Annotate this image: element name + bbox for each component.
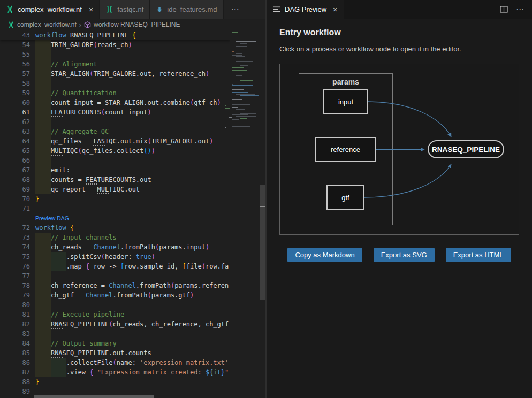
code-row[interactable]: 64 qc_files = FASTQC.out.mix(TRIM_GALORE…	[0, 136, 230, 146]
tab-ide-features[interactable]: ide_features.md	[150, 0, 223, 19]
code-row[interactable]: 55	[0, 50, 230, 59]
code-row[interactable]: 60 count_input = STAR_ALIGN.out.combine(…	[0, 98, 230, 108]
line-number: 55	[0, 50, 30, 59]
code-row[interactable]: 54 TRIM_GALORE(reads_ch)	[0, 40, 230, 50]
code-row[interactable]: 86 .collectFile(name: 'expression_matrix…	[0, 358, 230, 368]
minimap-line	[240, 58, 253, 58]
minimap-line	[240, 106, 245, 106]
split-editor-icon[interactable]	[500, 6, 508, 13]
vertical-scrollbar[interactable]	[259, 30, 265, 398]
dag-container: params input reference gtf RNASEQ_PIPELI…	[279, 64, 519, 235]
more-actions-icon[interactable]: ⋯	[516, 5, 525, 14]
codelens-preview-dag[interactable]: Preview DAG	[35, 215, 69, 221]
codelens-row[interactable]: Preview DAG	[0, 213, 230, 223]
horizontal-scrollbar-thumb[interactable]	[34, 395, 154, 398]
node-reference[interactable]: reference	[315, 137, 376, 162]
code-row[interactable]: 77	[0, 271, 230, 281]
code-row[interactable]: 63 // Aggregate QC	[0, 127, 230, 136]
code-row[interactable]: 57 STAR_ALIGN(TRIM_GALORE.out, reference…	[0, 69, 230, 79]
code-row[interactable]: 58	[0, 79, 230, 88]
tab-label: ide_features.md	[167, 5, 217, 13]
line-number: 86	[0, 358, 30, 368]
panel-close-icon[interactable]: ×	[333, 5, 337, 14]
tabbar-more-icon[interactable]: ⋯	[224, 0, 247, 19]
export-svg-button[interactable]: Export as SVG	[374, 248, 435, 262]
line-number: 64	[0, 136, 30, 146]
code-text: TRIM_GALORE(reads_ch)	[30, 40, 230, 50]
code-row[interactable]: 79 ch_gtf = Channel.fromPath(params.gtf)	[0, 290, 230, 300]
node-input[interactable]: input	[323, 89, 368, 114]
minimap-line	[236, 124, 250, 124]
code-row[interactable]: 68 counts = FEATURECOUNTS.out	[0, 175, 230, 185]
overview-ruler-marker	[260, 206, 265, 207]
sticky-line[interactable]: 43workflow RNASEQ_PIPELINE {	[0, 30, 230, 40]
code-row[interactable]: 75 .splitCsv(header: true)	[0, 252, 230, 262]
code-row[interactable]: 65 MULTIQC(qc_files.collect())	[0, 146, 230, 156]
code-row[interactable]: 70}	[0, 194, 230, 204]
node-gtf[interactable]: gtf	[326, 185, 364, 210]
code-row[interactable]: 56 // Alignment	[0, 59, 230, 69]
minimap[interactable]	[230, 30, 261, 398]
code-row[interactable]: 66	[0, 156, 230, 165]
code-row[interactable]: 83	[0, 329, 230, 339]
code-text	[30, 300, 230, 310]
minimap-line	[232, 32, 238, 33]
code-row[interactable]: 87 .view { "Expression matrix created: $…	[0, 368, 230, 377]
code-text: // Alignment	[30, 59, 230, 69]
code-row[interactable]: 72workflow {	[0, 223, 230, 233]
code-row[interactable]: 78 ch_reference = Channel.fromPath(param…	[0, 281, 230, 290]
editor-body: 43workflow RNASEQ_PIPELINE { 54 TRIM_GAL…	[0, 30, 265, 398]
code-text: STAR_ALIGN(TRIM_GALORE.out, reference_ch…	[30, 69, 230, 79]
code-row[interactable]: 71	[0, 204, 230, 213]
code-row[interactable]: 82 RNASEQ_PIPELINE(ch_reads, ch_referenc…	[0, 319, 230, 329]
minimap-line	[236, 61, 253, 62]
code-text: RNASEQ_PIPELINE.out.counts	[30, 348, 230, 358]
minimap-line	[225, 108, 230, 109]
minimap-line	[232, 92, 248, 93]
minimap-line	[232, 126, 250, 127]
code-text: Preview DAG	[30, 213, 230, 223]
minimap-line	[232, 97, 239, 97]
minimap-line	[236, 116, 256, 117]
code-row[interactable]: 74 ch_reads = Channel.fromPath(params.in…	[0, 242, 230, 252]
panel-heading: Entry workflow	[279, 28, 519, 37]
code-row[interactable]: 67 emit:	[0, 165, 230, 175]
line-number: 43	[0, 30, 30, 40]
vertical-scrollbar-thumb[interactable]	[260, 185, 265, 300]
copy-markdown-button[interactable]: Copy as Markdown	[287, 248, 362, 262]
tab-complex-workflow[interactable]: complex_workflow.nf ×	[0, 0, 100, 19]
code-text	[30, 271, 230, 281]
code-row[interactable]: 61 FEATURECOUNTS(count_input)	[0, 108, 230, 117]
indent-guide	[35, 300, 51, 310]
tab-dag-preview[interactable]: DAG Preview ×	[267, 0, 344, 19]
code-area[interactable]: 43workflow RNASEQ_PIPELINE { 54 TRIM_GAL…	[0, 30, 230, 398]
code-row[interactable]: 84 // Output summary	[0, 339, 230, 348]
minimap-line	[236, 64, 256, 64]
minimap-line	[232, 82, 249, 82]
minimap-line	[232, 70, 247, 71]
editor-tabbar: complex_workflow.nf × fastqc.nf	[0, 0, 265, 19]
code-row[interactable]: 59 // Quantification	[0, 88, 230, 98]
code-row[interactable]: 80	[0, 300, 230, 310]
indent-guide	[35, 117, 51, 127]
dag-preview-panel: DAG Preview × ⋯ Entry workflow Click on …	[265, 0, 532, 398]
export-buttons: Copy as Markdown Export as SVG Export as…	[279, 248, 519, 262]
code-row[interactable]: 69 qc_report = MULTIQC.out	[0, 185, 230, 194]
tab-close-icon[interactable]: ×	[89, 5, 93, 14]
export-html-button[interactable]: Export as HTML	[446, 248, 511, 262]
breadcrumb-symbol[interactable]: workflow RNASEQ_PIPELINE	[94, 21, 180, 28]
code-row[interactable]: 43workflow RNASEQ_PIPELINE {	[0, 30, 230, 40]
code-row[interactable]: 85 RNASEQ_PIPELINE.out.counts	[0, 348, 230, 358]
line-number: 83	[0, 329, 30, 339]
code-row[interactable]: 73 // Input channels	[0, 233, 230, 242]
line-number: 82	[0, 319, 30, 329]
code-row[interactable]: 88}	[0, 377, 230, 387]
code-row[interactable]: 62	[0, 117, 230, 127]
tab-fastqc[interactable]: fastqc.nf	[100, 0, 150, 19]
line-number: 60	[0, 98, 30, 108]
minimap-line	[229, 117, 232, 118]
code-row[interactable]: 76 .map { row -> [row.sample_id, [file(r…	[0, 262, 230, 271]
code-row[interactable]: 81 // Execute pipeline	[0, 310, 230, 319]
breadcrumb-file[interactable]: complex_workflow.nf	[17, 21, 77, 28]
node-rnaseq-pipeline[interactable]: RNASEQ_PIPELINE	[428, 140, 504, 158]
